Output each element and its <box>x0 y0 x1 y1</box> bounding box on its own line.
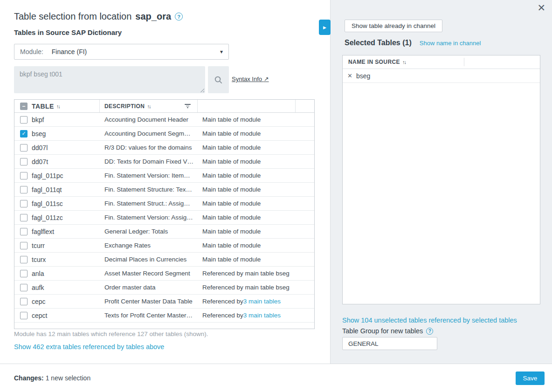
row-checkbox[interactable] <box>20 270 28 277</box>
remove-icon[interactable]: ✕ <box>347 72 352 79</box>
show-table-in-channel-button[interactable]: Show table already in channel <box>345 20 442 32</box>
table-reference: Main table of module <box>198 158 296 165</box>
selected-table-row[interactable]: ✕ bseg <box>343 69 540 83</box>
table-row[interactable]: bseg Accounting Document Segm… Main tabl… <box>14 127 314 141</box>
table-description: DD: Texts for Domain Fixed V… <box>100 158 198 165</box>
table-row[interactable]: fagl_011zc Fin. Statement Version: Assig… <box>14 211 314 225</box>
row-checkbox[interactable] <box>20 200 28 207</box>
search-input[interactable]: bkpf bseg t001 <box>14 66 205 93</box>
column-divider <box>464 58 464 66</box>
table-row[interactable]: aufk Order master data Referenced by mai… <box>14 281 314 295</box>
column-header-table[interactable]: TABLE <box>32 103 54 110</box>
table-name: anla <box>32 270 44 277</box>
table-description: Accounting Document Header <box>100 116 198 123</box>
page-title: Table selection from location sap_ora ? <box>14 11 183 22</box>
show-extra-tables-link[interactable]: Show 462 extra tables referenced by tabl… <box>14 343 164 351</box>
column-header-description[interactable]: DESCRIPTION <box>104 103 145 110</box>
table-description: Fin. Statement Structure: Tex… <box>100 186 198 193</box>
table-row[interactable]: cepc Profit Center Master Data Table Ref… <box>14 295 314 309</box>
help-icon[interactable]: ? <box>175 13 183 21</box>
row-checkbox[interactable] <box>20 312 28 319</box>
page-title-text: Table selection from location <box>14 11 131 22</box>
table-reference: Referenced by main table bseg <box>198 284 296 291</box>
table-reference: Main table of module <box>198 186 296 193</box>
row-checkbox[interactable] <box>20 144 28 151</box>
row-checkbox[interactable] <box>20 158 28 165</box>
table-description: Fin. Statement Version: Item… <box>100 172 198 179</box>
changes-status: Changes: 1 new selection <box>14 374 90 382</box>
table-row[interactable]: fagl_011sc Fin. Statement Struct.: Assig… <box>14 197 314 211</box>
show-name-in-channel-link[interactable]: Show name in channel <box>420 40 481 47</box>
table-row[interactable]: dd07l R/3 DD: values for the domains Mai… <box>14 141 314 155</box>
help-icon[interactable]: ? <box>426 328 433 335</box>
referenced-tables-link[interactable]: 3 main tables <box>243 298 281 305</box>
table-name: dd07l <box>32 144 48 151</box>
table-reference: Main table of module <box>198 144 296 151</box>
row-checkbox[interactable] <box>20 284 28 291</box>
module-label: Module: <box>20 48 43 55</box>
table-row[interactable]: bkpf Accounting Document Header Main tab… <box>14 113 314 127</box>
panel-subtitle: Tables in Source SAP Dictionary <box>14 28 122 36</box>
collapse-panel-button[interactable]: ▶ <box>319 20 331 35</box>
table-name: bseg <box>32 130 46 138</box>
row-checkbox[interactable] <box>20 228 28 235</box>
table-description: Profit Center Master Data Table <box>100 298 198 305</box>
row-checkbox[interactable] <box>20 242 28 249</box>
table-row[interactable]: tcurx Decimal Places in Currencies Main … <box>14 253 314 267</box>
sort-icon[interactable]: ↑↓ <box>56 103 60 109</box>
filter-icon[interactable] <box>185 104 191 108</box>
row-checkbox[interactable] <box>20 298 28 305</box>
table-header-row: TABLE ↑↓ DESCRIPTION ↑↓ <box>14 100 314 113</box>
selected-table-name: bseg <box>356 72 370 80</box>
close-icon: ✕ <box>537 2 545 13</box>
table-row[interactable]: tcurr Exchange Rates Main table of modul… <box>14 239 314 253</box>
chevron-right-icon: ▶ <box>323 25 326 30</box>
column-header-name-in-source[interactable]: NAME IN SOURCE <box>348 55 400 69</box>
module-summary-text: Module has 12 main tables which referenc… <box>14 330 208 337</box>
syntax-info-link[interactable]: Syntax Info ↗ <box>232 76 269 83</box>
save-button[interactable]: Save <box>516 371 545 385</box>
table-name: fagl_011qt <box>32 186 62 193</box>
selected-tables-table: NAME IN SOURCE ↑↓ ✕ bseg <box>342 55 540 304</box>
table-reference: Main table of module <box>198 200 296 207</box>
table-description: Decimal Places in Currencies <box>100 256 198 263</box>
table-description: General Ledger: Totals <box>100 228 198 235</box>
referenced-tables-link[interactable]: 3 main tables <box>243 312 281 319</box>
table-group-label: Table Group for new tables <box>342 327 423 335</box>
table-description: R/3 DD: values for the domains <box>100 144 198 151</box>
row-checkbox[interactable] <box>20 130 28 138</box>
table-row[interactable]: dd07t DD: Texts for Domain Fixed V… Main… <box>14 155 314 169</box>
row-checkbox[interactable] <box>20 172 28 179</box>
row-checkbox[interactable] <box>20 256 28 263</box>
external-link-icon: ↗ <box>264 76 269 83</box>
table-row[interactable]: anla Asset Master Record Segment Referen… <box>14 267 314 281</box>
module-dropdown[interactable]: Module: Finance (FI) ▾ <box>14 44 229 60</box>
row-checkbox[interactable] <box>20 116 28 124</box>
table-row[interactable]: fagl_011qt Fin. Statement Structure: Tex… <box>14 183 314 197</box>
search-icon <box>214 76 223 84</box>
table-group-input[interactable] <box>342 337 437 350</box>
show-unselected-tables-link[interactable]: Show 104 unselected tables referenced by… <box>342 316 517 324</box>
table-description: Fin. Statement Version: Assig… <box>100 214 198 221</box>
table-reference: Referenced by 3 main tables <box>198 298 296 305</box>
selected-table-header: NAME IN SOURCE ↑↓ <box>343 55 540 69</box>
search-button[interactable] <box>208 66 229 93</box>
table-reference: Referenced by 3 main tables <box>198 312 296 319</box>
resize-handle[interactable] <box>200 88 204 92</box>
row-checkbox[interactable] <box>20 214 28 221</box>
dialog-footer: Changes: 1 new selection Save <box>0 364 552 392</box>
table-name: tcurx <box>32 256 46 263</box>
table-row[interactable]: fagl_011pc Fin. Statement Version: Item…… <box>14 169 314 183</box>
table-name: fagl_011sc <box>32 200 63 207</box>
table-row[interactable]: faglflext General Ledger: Totals Main ta… <box>14 225 314 239</box>
table-row[interactable]: cepct Texts for Profit Center Master… Re… <box>14 309 314 323</box>
search-query: bkpf bseg t001 <box>20 70 62 78</box>
sort-icon[interactable]: ↑↓ <box>147 103 150 109</box>
close-button[interactable]: ✕ <box>537 3 545 13</box>
row-checkbox[interactable] <box>20 186 28 193</box>
table-reference: Main table of module <box>198 130 296 137</box>
table-reference: Main table of module <box>198 214 296 221</box>
sort-icon[interactable]: ↑↓ <box>402 59 406 65</box>
select-all-checkbox[interactable] <box>20 103 28 110</box>
table-name: cepc <box>32 298 46 305</box>
